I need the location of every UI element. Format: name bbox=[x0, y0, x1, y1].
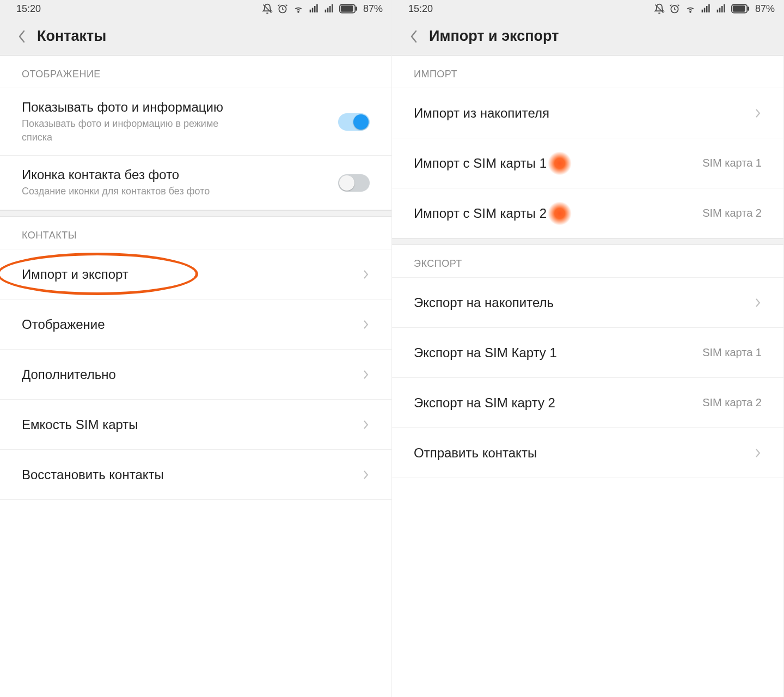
svg-rect-23 bbox=[721, 6, 723, 13]
status-time: 15:20 bbox=[16, 3, 41, 15]
chevron-right-icon bbox=[362, 268, 370, 281]
header: Импорт и экспорт bbox=[392, 17, 783, 56]
row-export-storage[interactable]: Экспорт на накопитель bbox=[392, 278, 783, 328]
screen-contacts-settings: 15:20 87% Контакты ОТОБРАЖЕН bbox=[0, 0, 392, 697]
section-gap bbox=[392, 239, 783, 245]
page-title: Контакты bbox=[37, 28, 106, 45]
svg-rect-3 bbox=[310, 10, 311, 13]
svg-rect-12 bbox=[341, 5, 353, 11]
svg-rect-27 bbox=[748, 7, 749, 11]
row-title: Экспорт на накопитель bbox=[414, 295, 754, 310]
header: Контакты bbox=[0, 17, 391, 56]
row-title: Импорт из накопителя bbox=[414, 106, 754, 121]
highlight-dot bbox=[548, 201, 572, 225]
row-import-export[interactable]: Импорт и экспорт bbox=[0, 249, 391, 299]
chevron-left-icon bbox=[17, 29, 26, 44]
row-show-photo-info[interactable]: Показывать фото и информацию Показывать … bbox=[0, 88, 391, 156]
row-title: Показывать фото и информацию bbox=[22, 100, 338, 115]
chevron-left-icon bbox=[409, 29, 418, 44]
svg-rect-21 bbox=[717, 10, 719, 13]
status-icons bbox=[262, 3, 358, 14]
row-title: Отправить контакты bbox=[414, 445, 754, 461]
row-restore-contacts[interactable]: Восстановить контакты bbox=[0, 450, 391, 500]
section-display: ОТОБРАЖЕНИЕ bbox=[0, 56, 391, 88]
back-button[interactable] bbox=[11, 26, 33, 47]
row-import-storage[interactable]: Импорт из накопителя bbox=[392, 88, 783, 138]
signal-1-icon bbox=[309, 3, 320, 14]
row-display[interactable]: Отображение bbox=[0, 299, 391, 350]
chevron-right-icon bbox=[362, 368, 370, 381]
section-contacts: КОНТАКТЫ bbox=[0, 217, 391, 249]
toggle-show-photo[interactable] bbox=[338, 113, 370, 131]
section-gap bbox=[0, 210, 391, 217]
svg-rect-13 bbox=[356, 7, 357, 11]
svg-rect-5 bbox=[314, 6, 316, 13]
wifi-icon bbox=[292, 3, 304, 14]
row-sim-capacity[interactable]: Емкость SIM карты bbox=[0, 400, 391, 450]
row-title: Импорт и экспорт bbox=[22, 267, 362, 282]
battery-icon bbox=[731, 4, 750, 14]
chevron-right-icon bbox=[754, 447, 762, 460]
row-import-sim1[interactable]: Импорт с SIM карты 1 SIM карта 1 bbox=[392, 138, 783, 188]
svg-rect-6 bbox=[316, 4, 318, 13]
row-advanced[interactable]: Дополнительно bbox=[0, 350, 391, 400]
svg-rect-19 bbox=[706, 6, 708, 13]
row-title: Экспорт на SIM Карту 1 bbox=[414, 345, 702, 360]
screen-import-export: 15:20 87% Импорт и экспорт ИМПОРТ Импорт… bbox=[392, 0, 784, 697]
row-send-contacts[interactable]: Отправить контакты bbox=[392, 428, 783, 478]
status-bar: 15:20 87% bbox=[392, 0, 783, 17]
signal-2-icon bbox=[716, 3, 727, 14]
svg-rect-10 bbox=[332, 4, 333, 13]
chevron-right-icon bbox=[362, 468, 370, 481]
row-import-sim2[interactable]: Импорт с SIM карты 2 SIM карта 2 bbox=[392, 188, 783, 239]
row-subtitle: Создание иконки для контактов без фото bbox=[22, 185, 250, 198]
status-bar: 15:20 87% bbox=[0, 0, 391, 17]
wifi-icon bbox=[684, 3, 696, 14]
row-value: SIM карта 1 bbox=[702, 157, 762, 169]
status-time: 15:20 bbox=[408, 3, 433, 15]
row-title: Иконка контакта без фото bbox=[22, 167, 338, 182]
status-right: 87% bbox=[262, 3, 383, 15]
section-export: ЭКСПОРТ bbox=[392, 245, 783, 278]
status-battery: 87% bbox=[363, 3, 383, 15]
row-value: SIM карта 2 bbox=[702, 396, 762, 409]
row-title: Импорт с SIM карты 2 bbox=[414, 206, 547, 221]
back-button[interactable] bbox=[403, 26, 425, 47]
battery-icon bbox=[339, 4, 358, 14]
svg-rect-17 bbox=[702, 10, 703, 13]
row-export-sim2[interactable]: Экспорт на SIM карту 2 SIM карта 2 bbox=[392, 378, 783, 428]
svg-rect-24 bbox=[724, 4, 725, 13]
status-right: 87% bbox=[654, 3, 775, 15]
svg-rect-4 bbox=[312, 8, 314, 12]
chevron-right-icon bbox=[754, 107, 762, 120]
row-subtitle: Показывать фото и информацию в режиме сп… bbox=[22, 117, 250, 144]
row-title: Импорт с SIM карты 1 bbox=[414, 156, 547, 171]
bell-off-icon bbox=[262, 3, 273, 14]
page-title: Импорт и экспорт bbox=[429, 28, 559, 45]
chevron-right-icon bbox=[362, 418, 370, 431]
svg-rect-9 bbox=[329, 6, 331, 13]
status-battery: 87% bbox=[755, 3, 775, 15]
row-title: Экспорт на SIM карту 2 bbox=[414, 395, 702, 411]
row-value: SIM карта 1 bbox=[702, 346, 762, 359]
svg-rect-26 bbox=[733, 5, 745, 11]
status-icons bbox=[654, 3, 750, 14]
bell-off-icon bbox=[654, 3, 665, 14]
row-export-sim1[interactable]: Экспорт на SIM Карту 1 SIM карта 1 bbox=[392, 328, 783, 378]
signal-1-icon bbox=[701, 3, 712, 14]
svg-rect-8 bbox=[327, 8, 329, 12]
alarm-icon bbox=[277, 3, 288, 14]
svg-rect-22 bbox=[719, 8, 721, 12]
row-title: Отображение bbox=[22, 317, 362, 332]
row-title: Емкость SIM карты bbox=[22, 417, 362, 432]
svg-rect-18 bbox=[704, 8, 706, 12]
svg-rect-7 bbox=[325, 10, 327, 13]
highlight-dot bbox=[548, 151, 572, 175]
toggle-contact-icon[interactable] bbox=[338, 174, 370, 192]
chevron-right-icon bbox=[362, 318, 370, 331]
chevron-right-icon bbox=[754, 296, 762, 309]
row-value: SIM карта 2 bbox=[702, 207, 762, 219]
row-title: Восстановить контакты bbox=[22, 467, 362, 482]
svg-point-2 bbox=[298, 11, 299, 13]
row-contact-icon-no-photo[interactable]: Иконка контакта без фото Создание иконки… bbox=[0, 156, 391, 210]
